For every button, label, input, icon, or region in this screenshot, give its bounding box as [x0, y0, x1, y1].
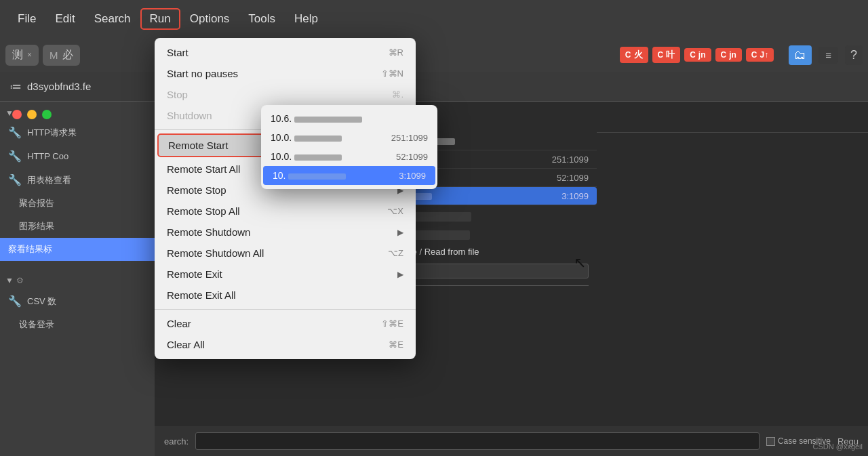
address-text: d3syobfnd3.fe: [27, 81, 91, 92]
menu-item-remote-shutdown[interactable]: Remote Shutdown ▶: [155, 222, 416, 243]
toolbar-c-book[interactable]: C 叶: [652, 47, 681, 63]
menu-file[interactable]: File: [8, 8, 45, 30]
sidebar-item-table[interactable]: 🔧 用表格查看: [0, 168, 155, 192]
submenu-item-4[interactable]: 10. 3:1099: [263, 166, 435, 185]
traffic-lights: [12, 110, 52, 119]
fire-char: 火: [634, 49, 643, 61]
menu-item-remote-shutdown-all[interactable]: Remote Shutdown All ⌥Z: [155, 243, 416, 264]
tab2-icon: 必: [62, 48, 73, 62]
c-letter-2: C: [658, 50, 664, 60]
sidebar-item-http-coo[interactable]: 🔧 HTTP Coo: [0, 144, 155, 168]
c-letter-3: C: [690, 50, 696, 60]
sidebar-item-csv[interactable]: 🔧 CSV 数: [0, 289, 155, 313]
menu-tools[interactable]: Tools: [239, 8, 285, 30]
menu-item-remote-exit-all[interactable]: Remote Exit All: [155, 285, 416, 306]
traffic-light-green[interactable]: [42, 110, 52, 119]
toolbar-c-jn2[interactable]: C jn: [715, 48, 742, 62]
result-port-4: 3:1099: [561, 191, 589, 201]
menu-start-no-pauses-label: Start no pauses: [167, 68, 238, 79]
tab-2[interactable]: M 必: [43, 45, 80, 66]
case-sensitive-checkbox[interactable]: [766, 437, 775, 446]
sidebar-bottom-arrow[interactable]: ▼ ⚙: [0, 272, 155, 289]
menu-options[interactable]: Options: [180, 8, 239, 30]
menu-remote-shutdown-label: Remote Shutdown: [167, 226, 250, 238]
ip2-blur: [294, 136, 342, 142]
watermark: CSDN @xxgeil: [812, 442, 863, 451]
menu-remote-exit-all-label: Remote Exit All: [167, 289, 236, 301]
menu-remote-start-label: Remote Start: [168, 140, 228, 151]
sidebar: ▼ ≡ 🔧 HTTP请求果 🔧 HTTP Coo 🔧 用表格查看 聚合报告 图形…: [0, 102, 155, 456]
menu-clear-shortcut: ⇧⌘E: [381, 318, 403, 329]
menu-clear-all-shortcut: ⌘E: [389, 339, 403, 350]
sidebar-bottom-section: ▼ ⚙ 🔧 CSV 数 设备登录: [0, 272, 155, 336]
bottom-search-input[interactable]: [195, 432, 760, 450]
menu-remote-stop-all-label: Remote Stop All: [167, 205, 240, 217]
table-icon: 🔧: [8, 173, 22, 186]
menu-remote-exit-arrow: ▶: [397, 270, 403, 279]
submenu-port-3: 52:1099: [396, 152, 428, 162]
sidebar-item-device[interactable]: 设备登录: [0, 313, 155, 336]
toolbar-c-jn[interactable]: C jn: [684, 48, 711, 62]
toolbar-help-icon[interactable]: ?: [845, 45, 863, 65]
c-letter-1: C: [625, 50, 631, 60]
cursor-arrow: ↖: [574, 254, 586, 272]
submenu-port-2: 251:1099: [391, 133, 428, 143]
sidebar-item-watch[interactable]: 察看结果标: [0, 238, 155, 261]
menu-start-no-pauses-shortcut: ⇧⌘N: [381, 68, 403, 79]
sidebar-item-graph[interactable]: 图形结果: [0, 215, 155, 238]
ip4-blur: [288, 173, 346, 180]
ip1-blur: [294, 117, 362, 123]
submenu-item-2[interactable]: 10.0. 251:1099: [261, 128, 437, 147]
sidebar-item-device-label: 设备登录: [19, 318, 54, 331]
bottom-search-label: earch:: [164, 436, 189, 447]
toolbar-stack-icon[interactable]: 🗂: [789, 45, 812, 65]
sidebar-item-http-req[interactable]: 🔧 HTTP请求果: [0, 121, 155, 144]
submenu-item-1[interactable]: 10.6.: [261, 109, 437, 128]
menu-stop-shortcut: ⌘.: [392, 89, 403, 100]
menu-item-clear[interactable]: Clear ⇧⌘E: [155, 313, 416, 334]
menu-item-start[interactable]: Start ⌘R: [155, 42, 416, 63]
menu-help[interactable]: Help: [285, 8, 328, 30]
bottom-arrow-icon: ▼: [5, 276, 14, 285]
menu-remote-shutdown-all-shortcut: ⌥Z: [388, 248, 403, 258]
tab-1[interactable]: 测 ×: [5, 45, 39, 66]
traffic-light-red[interactable]: [12, 110, 22, 119]
traffic-light-yellow[interactable]: [27, 110, 37, 119]
menu-remote-stop-label: Remote Stop: [167, 184, 226, 196]
menu-item-remote-exit[interactable]: Remote Exit ▶: [155, 264, 416, 285]
menu-stop-label: Stop: [167, 89, 188, 100]
menu-shutdown-label: Shutdown: [167, 110, 212, 121]
sidebar-item-report[interactable]: 聚合报告: [0, 192, 155, 215]
menu-run[interactable]: Run: [140, 8, 180, 30]
toolbar-list-icon[interactable]: ≡: [818, 47, 838, 64]
submenu-item-3[interactable]: 10.0. 52:1099: [261, 147, 437, 166]
result-port-3: 52:1099: [557, 173, 589, 183]
menu-start-label: Start: [167, 47, 189, 58]
sidebar-item-http-req-label: HTTP请求果: [27, 127, 77, 139]
jn-char: jn: [698, 50, 706, 60]
menu-remote-exit-label: Remote Exit: [167, 268, 222, 280]
menu-item-clear-all[interactable]: Clear All ⌘E: [155, 334, 416, 355]
tab1-close[interactable]: ×: [27, 50, 32, 60]
c-letter-4: C: [721, 50, 727, 60]
j-char: J↑: [760, 50, 769, 60]
menu-search[interactable]: Search: [85, 8, 140, 30]
address-icon: ≔: [9, 79, 22, 94]
ip3-blur: [294, 154, 342, 161]
menu-item-remote-stop-all[interactable]: Remote Stop All ⌥X: [155, 201, 416, 222]
menu-edit[interactable]: Edit: [45, 8, 84, 30]
toolbar-c-fire[interactable]: C 火: [620, 47, 648, 63]
submenu-ip-4: 10.: [273, 170, 393, 181]
menu-divider-2: [155, 309, 416, 310]
sidebar-item-watch-label: 察看结果标: [8, 243, 52, 255]
remote-start-submenu: 10.6. 10.0. 251:1099 10.0. 52:1099 10. 3…: [261, 105, 437, 189]
menu-remote-stop-all-shortcut: ⌥X: [387, 206, 403, 216]
menubar: File Edit Search Run Options Tools Help: [0, 0, 868, 38]
gmail-icon: M: [50, 49, 58, 61]
sidebar-item-csv-label: CSV 数: [27, 295, 56, 308]
menu-remote-shutdown-all-label: Remote Shutdown All: [167, 247, 264, 259]
result-port-2: 251:1099: [552, 154, 589, 165]
http-coo-icon: 🔧: [8, 150, 22, 163]
menu-item-start-no-pauses[interactable]: Start no pauses ⇧⌘N: [155, 63, 416, 84]
toolbar-c-j[interactable]: C J↑: [746, 48, 774, 62]
